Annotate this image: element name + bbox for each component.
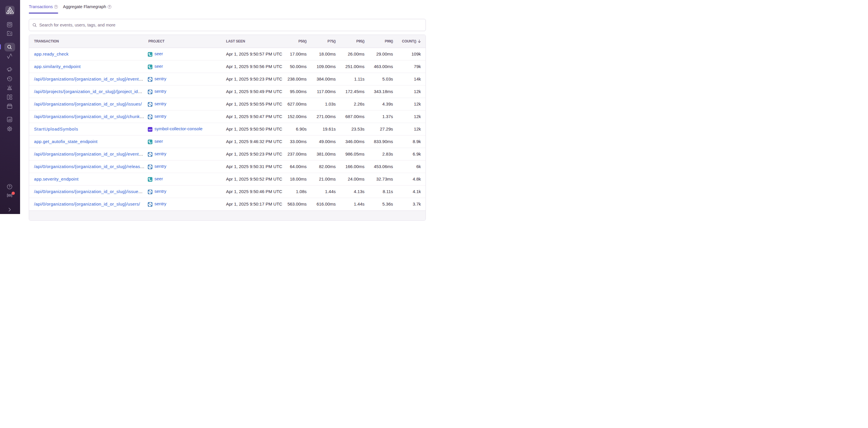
svg-text:.NET: .NET (148, 128, 152, 130)
